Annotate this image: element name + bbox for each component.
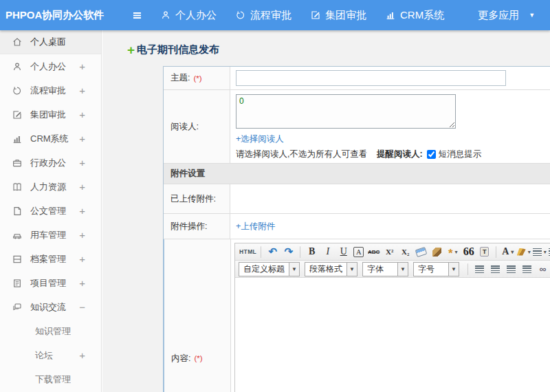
bold-button[interactable]: B — [305, 245, 319, 259]
upload-attachment-link[interactable]: +上传附件 — [236, 221, 275, 232]
font-color-button[interactable]: A — [500, 245, 515, 259]
expand-toggle-icon[interactable]: + — [79, 277, 85, 289]
sidebar-item-download-mgmt[interactable]: 下载管理 — [0, 367, 101, 391]
subject-label: 主题: — [170, 72, 190, 84]
font-family-select[interactable]: 字体 ▼ — [362, 262, 408, 276]
sidebar-item-knowledge-mgmt[interactable]: 知识管理 — [0, 319, 101, 343]
expand-toggle-icon[interactable]: + — [79, 253, 85, 265]
format-brush-icon[interactable] — [430, 245, 444, 259]
blockquote-button[interactable]: 66 — [461, 245, 476, 259]
readers-label: 阅读人: — [170, 121, 199, 133]
readers-hint: 请选择阅读人,不选为所有人可查看 — [236, 149, 367, 160]
sidebar-item-knowledge-exchange[interactable]: 知识交流 − — [0, 295, 101, 319]
italic-button[interactable]: I — [320, 245, 335, 259]
readers-textarea[interactable]: 0 — [236, 94, 456, 129]
app-logo: PHPOA协同办公软件 — [0, 9, 118, 22]
attachment-operation-label: 附件操作: — [170, 221, 207, 232]
eraser-icon[interactable] — [414, 245, 428, 259]
nav-personal-office[interactable]: 个人办公 — [160, 9, 217, 22]
expand-toggle-icon[interactable]: + — [79, 133, 85, 144]
sidebar-item-vehicle-mgmt[interactable]: 用车管理 + — [0, 223, 101, 247]
chevron-down-icon[interactable]: ▼ — [448, 263, 459, 276]
align-right-button[interactable] — [504, 262, 518, 276]
expand-toggle-icon[interactable]: − — [79, 301, 85, 313]
nav-crm-system[interactable]: CRM系统 — [385, 9, 444, 22]
select-readers-link[interactable]: +选择阅读人 — [236, 133, 284, 145]
select-current-value: 段落格式 — [305, 263, 346, 275]
sidebar-item-personal-desktop[interactable]: 个人桌面 — [0, 30, 101, 54]
underline-button[interactable]: U — [336, 245, 351, 259]
insert-link-button[interactable] — [536, 262, 550, 276]
chevron-down-icon[interactable]: ▼ — [346, 263, 357, 276]
sidebar-item-label: 档案管理 — [30, 253, 66, 265]
chart-icon — [12, 133, 23, 144]
nav-workflow-approval[interactable]: 流程审批 — [235, 9, 292, 22]
content-row: 内容: (*) HTML↶↷BIUAABCX²X₂66A 自定义标题 ▼ — [163, 239, 550, 392]
project-icon — [12, 278, 23, 289]
custom-title-select[interactable]: 自定义标题 ▼ — [239, 262, 300, 276]
align-justify-button[interactable] — [520, 262, 534, 276]
chart-icon — [385, 10, 396, 21]
expand-toggle-icon[interactable]: + — [79, 229, 85, 241]
hamburger-menu-icon[interactable] — [131, 9, 144, 22]
nav-item-label: 集团审批 — [325, 9, 366, 22]
chevron-down-icon[interactable]: ▼ — [289, 263, 299, 276]
sms-checkbox[interactable] — [427, 150, 436, 159]
toolbar-separator — [468, 263, 468, 275]
expand-toggle-icon[interactable]: + — [79, 349, 85, 361]
remind-readers-label: 提醒阅读人: — [377, 149, 423, 160]
editor-content-area[interactable] — [235, 278, 550, 392]
superscript-button[interactable]: X² — [382, 245, 397, 259]
sidebar-item-archive-mgmt[interactable]: 档案管理 + — [0, 247, 101, 271]
expand-toggle-icon[interactable]: + — [79, 109, 85, 120]
readers-row: 阅读人: 0 +选择阅读人 请选择阅读人,不选为所有人可查看 提醒阅读人: 短消… — [164, 90, 550, 164]
page-title-row: + 电子期刊信息发布 — [127, 42, 550, 57]
expand-toggle-icon[interactable]: + — [79, 181, 85, 193]
sidebar-item-label: 下载管理 — [35, 373, 71, 386]
subscript-button[interactable]: X₂ — [398, 245, 412, 259]
font-size-select[interactable]: 字号 ▼ — [413, 262, 459, 276]
sidebar-item-label: 论坛 — [35, 349, 53, 362]
sidebar-item-admin-office[interactable]: 行政办公 + — [0, 151, 101, 175]
paste-text-icon[interactable] — [477, 245, 492, 259]
sidebar-item-project-mgmt[interactable]: 项目管理 + — [0, 271, 101, 295]
sidebar-item-document-mgmt[interactable]: 公文管理 + — [0, 199, 101, 223]
nav-group-approval[interactable]: 集团审批 — [310, 9, 366, 22]
highlight-color-button[interactable] — [516, 245, 531, 259]
sidebar-item-personal-office[interactable]: 个人办公 + — [0, 54, 101, 78]
sidebar-item-group-approval[interactable]: 集团审批 + — [0, 102, 101, 127]
expand-toggle-icon[interactable]: + — [79, 61, 85, 72]
align-center-button[interactable] — [488, 262, 503, 276]
paragraph-format-select[interactable]: 段落格式 ▼ — [305, 262, 358, 276]
nav-item-label: 更多应用 — [478, 9, 519, 22]
uploaded-attachments-value — [230, 184, 550, 213]
editor-toolbar-row2: 自定义标题 ▼ 段落格式 ▼ 字体 ▼ 字号 — [235, 261, 550, 278]
ordered-list-button[interactable] — [532, 245, 547, 259]
expand-toggle-icon[interactable]: + — [79, 157, 85, 168]
sidebar-item-workflow-approval[interactable]: 流程审批 + — [0, 78, 101, 102]
chevron-down-icon[interactable]: ▼ — [529, 12, 535, 19]
archive-icon — [12, 254, 23, 265]
user-icon — [160, 10, 171, 21]
toolbar-separator — [300, 246, 300, 258]
page-title: 电子期刊信息发布 — [137, 43, 219, 56]
edit-icon — [310, 10, 321, 21]
toolbar-separator — [261, 246, 261, 258]
nav-more-apps[interactable]: 更多应用 — [463, 9, 519, 22]
align-left-button[interactable] — [472, 262, 487, 276]
redo-icon[interactable]: ↷ — [281, 245, 296, 259]
sidebar-item-forum[interactable]: 论坛 + — [0, 343, 101, 367]
expand-toggle-icon[interactable]: + — [79, 205, 85, 217]
undo-icon[interactable]: ↶ — [265, 245, 280, 259]
strikethrough-button[interactable]: ABC — [366, 245, 381, 259]
font-border-button[interactable]: A — [353, 247, 364, 257]
expand-toggle-icon[interactable]: + — [79, 85, 85, 96]
source-code-button[interactable]: HTML — [239, 245, 256, 259]
sidebar-item-human-resources[interactable]: 人力资源 + — [0, 175, 101, 199]
auto-typeset-icon[interactable] — [446, 245, 460, 259]
subject-input[interactable] — [236, 70, 506, 86]
book-icon — [12, 182, 23, 193]
sidebar-item-crm-system[interactable]: CRM系统 + — [0, 127, 101, 151]
chevron-down-icon[interactable]: ▼ — [397, 263, 408, 276]
app-header: PHPOA协同办公软件 个人办公 流程审批 集团审批 CRM系统 更多应用 ▼ — [0, 0, 550, 30]
